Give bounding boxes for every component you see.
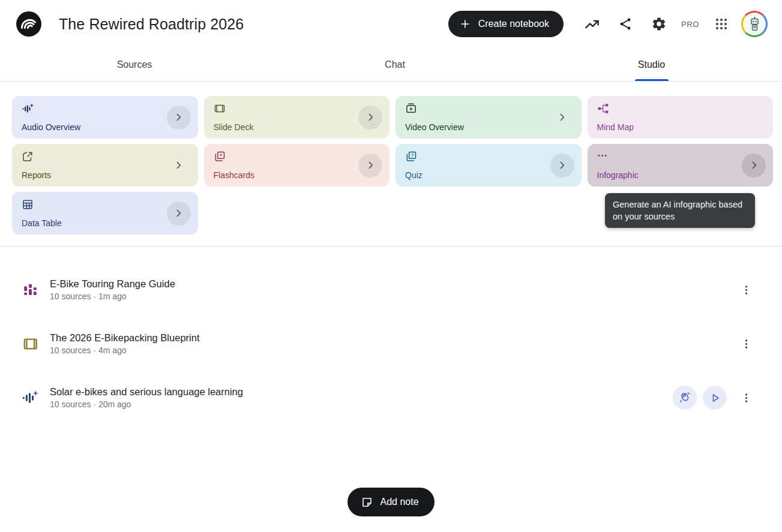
list-item-infographic-guide[interactable]: E-Bike Touring Range Guide 10 sources · …: [0, 263, 782, 317]
card-label: Flashcards: [214, 170, 254, 180]
list-item-slide-deck[interactable]: The 2026 E-Bikepacking Blueprint 10 sour…: [0, 317, 782, 371]
card-label: Video Overview: [405, 122, 464, 132]
kebab-menu-icon: [740, 392, 753, 404]
chevron-right-icon[interactable]: [167, 106, 191, 130]
kebab-menu-icon: [740, 338, 753, 350]
tab-sources-label: Sources: [117, 59, 152, 70]
card-audio-overview[interactable]: Audio Overview: [12, 96, 198, 139]
add-note-label: Add note: [380, 497, 418, 507]
share-icon: [618, 17, 633, 31]
card-label: Audio Overview: [22, 122, 80, 132]
waving-hand-icon: [678, 391, 691, 404]
panel-tabbar: Sources Chat Studio: [0, 48, 782, 82]
tab-studio[interactable]: Studio: [521, 48, 782, 81]
flashcards-icon: [214, 151, 226, 163]
plus-icon: [459, 18, 471, 30]
list-item-audio-overview[interactable]: Solar e-bikes and serious language learn…: [0, 371, 782, 425]
note-title: The 2026 E-Bikepacking Blueprint: [50, 332, 199, 344]
tab-chat[interactable]: Chat: [269, 48, 521, 81]
robot-avatar-icon: [747, 16, 763, 32]
artifact-list: E-Bike Touring Range Guide 10 sources · …: [0, 247, 782, 425]
kebab-menu-icon: [740, 284, 753, 296]
video-overview-icon: [405, 103, 417, 115]
quiz-cards-icon: ?: [405, 151, 417, 163]
ellipsis-loading-icon: [597, 151, 607, 161]
apps-grid-icon: [714, 17, 729, 31]
chevron-right-icon[interactable]: [358, 154, 382, 178]
card-flashcards[interactable]: Flashcards: [204, 144, 390, 187]
more-options-button[interactable]: [734, 278, 758, 302]
analytics-button[interactable]: [578, 10, 606, 38]
settings-button[interactable]: [645, 10, 673, 38]
tab-chat-label: Chat: [385, 59, 405, 70]
gear-icon: [651, 16, 667, 32]
account-avatar[interactable]: [741, 11, 768, 37]
audio-waveform-sparkle-icon: [22, 103, 34, 115]
card-label: Data Table: [22, 218, 62, 228]
note-title: E-Bike Touring Range Guide: [50, 278, 175, 290]
card-label: Quiz: [405, 170, 423, 180]
chevron-right-icon[interactable]: [358, 106, 382, 130]
reports-sparkle-icon: [22, 151, 34, 163]
card-label: Infographic: [597, 170, 639, 180]
header-actions: Create notebook: [448, 10, 768, 38]
more-options-button[interactable]: [734, 332, 758, 356]
tab-studio-label: Studio: [638, 59, 665, 70]
chevron-right-icon[interactable]: [167, 202, 191, 226]
notebooklm-app: The Rewired Roadtrip 2026 Create noteboo…: [0, 0, 782, 532]
notebook-title[interactable]: The Rewired Roadtrip 2026: [59, 16, 244, 33]
note-footer: Add note: [0, 488, 782, 516]
pro-badge: PRO: [679, 20, 702, 29]
chevron-right-icon[interactable]: [550, 106, 574, 130]
card-label: Slide Deck: [214, 122, 254, 132]
card-slide-deck[interactable]: Slide Deck: [204, 96, 390, 139]
google-apps-button[interactable]: [708, 10, 735, 38]
card-infographic[interactable]: Infographic: [588, 144, 774, 187]
chevron-right-icon[interactable]: [550, 154, 574, 178]
bar-chart-icon: [22, 281, 40, 299]
note-title: Solar e-bikes and serious language learn…: [50, 386, 243, 398]
tab-sources[interactable]: Sources: [0, 48, 269, 81]
infographic-tooltip: Generate an AI infographic based on your…: [605, 193, 755, 228]
svg-text:?: ?: [411, 152, 414, 158]
play-button[interactable]: [703, 386, 727, 410]
note-icon: [361, 496, 373, 509]
note-meta: 10 sources · 4m ago: [50, 345, 199, 355]
note-meta: 10 sources · 1m ago: [50, 291, 175, 301]
card-video-overview[interactable]: Video Overview: [396, 96, 582, 139]
mind-map-icon: [597, 103, 609, 115]
slide-deck-icon: [214, 103, 226, 115]
share-button[interactable]: [612, 10, 639, 38]
add-note-button[interactable]: Add note: [347, 488, 434, 516]
play-icon: [709, 392, 721, 404]
create-notebook-label: Create notebook: [478, 19, 549, 29]
card-reports[interactable]: Reports: [12, 144, 198, 187]
audio-waveform-sparkle-icon: [22, 389, 40, 407]
card-data-table[interactable]: Data Table: [12, 192, 198, 235]
card-mind-map[interactable]: Mind Map: [588, 96, 774, 139]
slide-frame-icon: [22, 335, 40, 353]
chevron-right-icon[interactable]: [742, 154, 766, 178]
app-header: The Rewired Roadtrip 2026 Create noteboo…: [0, 0, 782, 48]
card-label: Mind Map: [597, 122, 634, 132]
card-quiz[interactable]: ? Quiz: [396, 144, 582, 187]
data-table-icon: [22, 199, 34, 211]
create-notebook-button[interactable]: Create notebook: [448, 11, 564, 37]
more-options-button[interactable]: [734, 386, 758, 410]
active-tab-underline: [635, 79, 669, 81]
interactive-mode-button[interactable]: [673, 386, 697, 410]
trending-up-icon: [584, 16, 600, 32]
note-meta: 10 sources · 20m ago: [50, 399, 243, 409]
notebooklm-logo-icon[interactable]: [16, 11, 42, 37]
chevron-right-icon[interactable]: [167, 154, 191, 178]
card-label: Reports: [22, 170, 51, 180]
